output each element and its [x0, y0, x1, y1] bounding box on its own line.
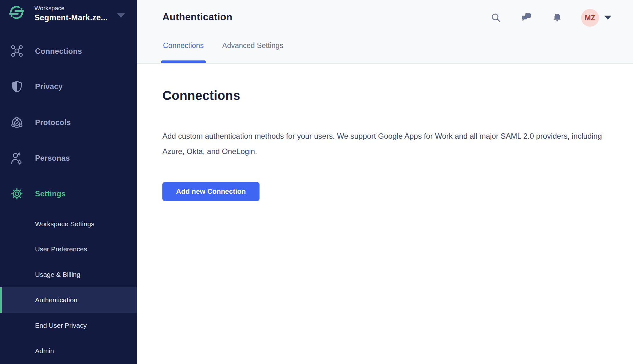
content-description: Add custom authentication methods for yo… [162, 129, 615, 159]
sidebar-subitem-usage-billing[interactable]: Usage & Billing [0, 262, 137, 287]
notifications-bell-icon[interactable] [551, 12, 563, 24]
sidebar-subitem-admin[interactable]: Admin [0, 338, 137, 364]
privacy-shield-icon [10, 80, 24, 94]
sidebar-subitem-label: End User Privacy [35, 322, 87, 329]
sidebar-subitem-label: Admin [35, 347, 54, 355]
add-new-connection-button[interactable]: Add new Connection [162, 182, 260, 201]
content-heading: Connections [162, 88, 240, 103]
chevron-down-icon[interactable] [117, 13, 125, 18]
sidebar-subitem-label: User Preferences [35, 245, 87, 253]
chat-icon[interactable] [521, 12, 532, 24]
sidebar-item-personas[interactable]: Personas [0, 148, 137, 168]
sidebar-item-label: Personas [35, 154, 70, 163]
protocols-icon [10, 116, 24, 130]
sidebar: Workspace Segment-Mark.ze... Connections [0, 0, 137, 364]
sidebar-subitem-workspace-settings[interactable]: Workspace Settings [0, 211, 137, 237]
tab-connections[interactable]: Connections [161, 41, 206, 50]
workspace-label: Workspace [34, 4, 108, 12]
selected-indicator-bar [0, 287, 2, 313]
sidebar-item-label: Privacy [35, 82, 63, 91]
workspace-switcher[interactable]: Workspace Segment-Mark.ze... [0, 0, 137, 31]
tab-bar: Connections Advanced Settings [161, 41, 285, 50]
sidebar-subitem-label: Usage & Billing [35, 271, 80, 278]
page-title: Authentication [162, 11, 232, 23]
sidebar-item-label: Settings [35, 189, 66, 198]
segment-logo-icon [9, 5, 24, 20]
sidebar-item-protocols[interactable]: Protocols [0, 113, 137, 132]
connections-icon [10, 44, 24, 58]
avatar[interactable]: MZ [581, 9, 599, 27]
chevron-down-icon[interactable] [604, 16, 611, 20]
settings-gear-icon [10, 187, 24, 201]
sidebar-item-label: Protocols [35, 118, 71, 127]
sidebar-item-connections[interactable]: Connections [0, 41, 137, 61]
sidebar-subitem-authentication[interactable]: Authentication [0, 287, 137, 313]
personas-icon [10, 151, 24, 165]
page-header: Authentication Connections Advanced Sett… [137, 0, 633, 64]
sidebar-subitem-user-preferences[interactable]: User Preferences [0, 236, 137, 262]
tab-advanced-settings[interactable]: Advanced Settings [220, 41, 285, 50]
workspace-name: Segment-Mark.ze... [34, 12, 108, 23]
main-area: Authentication Connections Advanced Sett… [137, 0, 633, 364]
sidebar-item-privacy[interactable]: Privacy [0, 77, 137, 96]
sidebar-subitem-end-user-privacy[interactable]: End User Privacy [0, 313, 137, 338]
sidebar-item-label: Connections [35, 47, 82, 56]
search-icon[interactable] [490, 12, 502, 24]
app-root: Workspace Segment-Mark.ze... Connections [0, 0, 633, 364]
sidebar-item-settings[interactable]: Settings [0, 184, 137, 204]
sidebar-subitem-label: Authentication [35, 296, 77, 304]
sidebar-subitem-label: Workspace Settings [35, 220, 94, 228]
workspace-texts: Workspace Segment-Mark.ze... [34, 4, 108, 23]
